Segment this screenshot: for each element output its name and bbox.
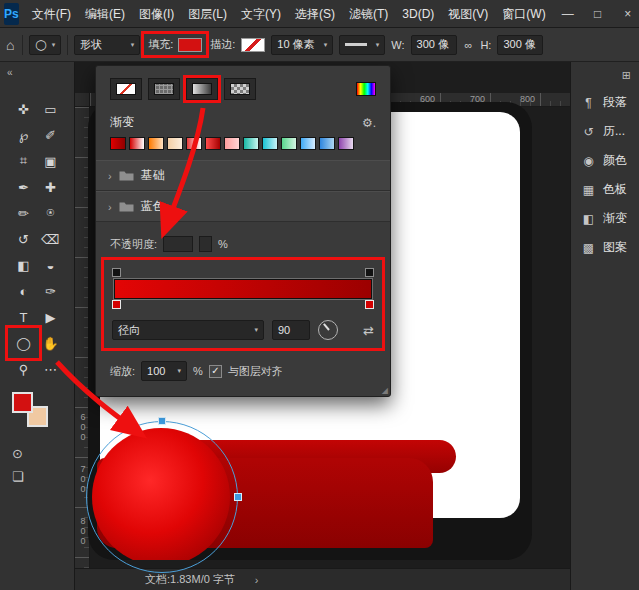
menu-item[interactable]: 滤镜(T) <box>342 0 395 28</box>
gradient-preset[interactable] <box>186 137 202 150</box>
stroke-width-dropdown[interactable]: 10 像素 ▾ <box>271 35 333 55</box>
menu-item[interactable]: 3D(D) <box>395 0 441 28</box>
brush-tool[interactable]: ✏ <box>10 200 37 226</box>
path-selection-tool[interactable]: ▶ <box>37 304 64 330</box>
chevron-down-icon: ▾ <box>178 367 182 375</box>
gear-icon[interactable]: ⚙. <box>362 116 376 130</box>
dodge-tool[interactable]: ◐ <box>10 278 37 304</box>
opacity-field[interactable] <box>163 236 193 252</box>
menu-item[interactable]: 选择(S) <box>288 0 342 28</box>
fill-type-pattern-button[interactable] <box>224 78 256 100</box>
gradient-preset[interactable] <box>110 137 126 150</box>
gradient-preset[interactable] <box>129 137 145 150</box>
pen-tool[interactable]: ✑ <box>37 278 64 304</box>
minimize-button[interactable]: — <box>553 0 583 28</box>
marquee-tool[interactable]: ▭ <box>37 96 64 122</box>
panel-grid-icon[interactable]: ⊞ <box>622 69 631 82</box>
panel-tab-color[interactable]: ◉ 颜色 <box>571 146 639 175</box>
folder-label: 基础 <box>141 167 165 184</box>
gradient-preset[interactable] <box>338 137 354 150</box>
close-button[interactable]: × <box>613 0 639 28</box>
fill-type-none-button[interactable] <box>110 78 142 100</box>
ellipse-tool[interactable]: ◯ <box>10 330 37 356</box>
history-brush-tool[interactable]: ↺ <box>10 226 37 252</box>
gradient-preset[interactable] <box>148 137 164 150</box>
angle-dial-icon[interactable] <box>318 320 338 340</box>
zoom-tool[interactable]: ⚲ <box>10 356 37 382</box>
eyedropper-tool[interactable]: ✒ <box>10 174 37 200</box>
foreground-swatch[interactable] <box>12 392 33 413</box>
gradient-preset[interactable] <box>319 137 335 150</box>
hand-tool[interactable]: ✋ <box>37 330 64 356</box>
panel-tab-patterns[interactable]: ▩ 图案 <box>571 233 639 262</box>
gradient-preset[interactable] <box>262 137 278 150</box>
menu-item[interactable]: 视图(V) <box>441 0 495 28</box>
lasso-tool[interactable]: ℘ <box>10 122 37 148</box>
color-stop-right[interactable] <box>365 300 374 309</box>
gradient-method-value: 径向 <box>118 323 140 338</box>
crop-tool[interactable]: ⌗ <box>10 148 37 174</box>
reverse-gradient-icon[interactable]: ⇄ <box>363 323 374 338</box>
menu-item[interactable]: 文字(Y) <box>234 0 288 28</box>
opacity-stop-right[interactable] <box>365 268 374 277</box>
blur-tool[interactable]: ◒ <box>37 252 64 278</box>
align-layer-checkbox[interactable]: ✓ <box>209 365 222 378</box>
collapse-panel-icon[interactable]: « <box>0 62 74 84</box>
panel-icon: ↺ <box>581 125 596 139</box>
resize-grip-icon[interactable]: ◢ <box>382 386 388 395</box>
stroke-swatch[interactable] <box>241 38 265 52</box>
menu-item[interactable]: 文件(F) <box>25 0 78 28</box>
panel-tab-swatches[interactable]: ▦ 色板 <box>571 175 639 204</box>
move-tool[interactable]: ✜ <box>10 96 37 122</box>
gradient-preset[interactable] <box>281 137 297 150</box>
home-icon[interactable]: ⌂ <box>4 37 16 53</box>
gradient-bar[interactable] <box>114 279 372 299</box>
eraser-tool[interactable]: ⌫ <box>37 226 64 252</box>
quick-mask-icon[interactable]: ⊙ <box>12 446 74 461</box>
folder-blues[interactable]: › 蓝色 <box>96 191 390 222</box>
menu-item[interactable]: 图像(I) <box>132 0 181 28</box>
gradient-tool[interactable]: ◧ <box>10 252 37 278</box>
maximize-button[interactable]: □ <box>583 0 613 28</box>
path-handle-top[interactable] <box>158 417 166 425</box>
menu-item[interactable]: 窗口(W) <box>495 0 552 28</box>
clone-stamp-tool[interactable]: ⍟ <box>37 200 64 226</box>
spot-healing-tool[interactable]: ✚ <box>37 174 64 200</box>
link-dimensions-icon[interactable]: ∞ <box>463 39 475 51</box>
panel-tab-history[interactable]: ↺ 历... <box>571 117 639 146</box>
gradient-editor: 径向 ▾ 90 ⇄ <box>104 260 382 348</box>
screen-mode-icon[interactable]: ❏ <box>12 469 74 484</box>
color-stop-left[interactable] <box>112 300 121 309</box>
folder-basics[interactable]: › 基础 <box>96 160 390 191</box>
stroke-style-dropdown[interactable]: ▾ <box>339 35 385 55</box>
height-field[interactable]: 300 像 <box>497 35 543 55</box>
angle-field[interactable]: 90 <box>272 320 310 340</box>
tool-preset-dropdown[interactable]: ◯ ▾ <box>29 35 61 55</box>
scale-dropdown[interactable]: 100 ▾ <box>141 361 187 381</box>
gradient-method-select[interactable]: 径向 ▾ <box>112 320 264 340</box>
color-picker-icon[interactable] <box>356 82 376 96</box>
fill-swatch[interactable] <box>178 38 202 52</box>
opacity-stepper[interactable] <box>199 236 212 252</box>
gradient-preset[interactable] <box>205 137 221 150</box>
gradient-preset[interactable] <box>224 137 240 150</box>
tool-mode-dropdown[interactable]: 形状 ▾ <box>74 35 140 55</box>
ellipse-path-outline[interactable] <box>86 421 238 573</box>
gradient-preset[interactable] <box>243 137 259 150</box>
opacity-stop-left[interactable] <box>112 268 121 277</box>
fill-type-solid-button[interactable] <box>148 78 180 100</box>
fill-type-gradient-button[interactable] <box>186 78 218 100</box>
width-field[interactable]: 300 像 <box>411 35 457 55</box>
status-chevron-icon[interactable]: › <box>255 574 259 586</box>
panel-tab-paragraph[interactable]: ¶ 段落 <box>571 88 639 117</box>
frame-tool[interactable]: ▣ <box>37 148 64 174</box>
menu-item[interactable]: 编辑(E) <box>78 0 132 28</box>
panel-tab-gradients[interactable]: ◧ 渐变 <box>571 204 639 233</box>
type-tool[interactable]: T <box>10 304 37 330</box>
gradient-preset[interactable] <box>167 137 183 150</box>
menu-item[interactable]: 图层(L) <box>181 0 234 28</box>
more-tools[interactable]: ⋯ <box>37 356 64 382</box>
gradient-preset[interactable] <box>300 137 316 150</box>
path-handle-right[interactable] <box>234 493 242 501</box>
quick-selection-tool[interactable]: ✐ <box>37 122 64 148</box>
